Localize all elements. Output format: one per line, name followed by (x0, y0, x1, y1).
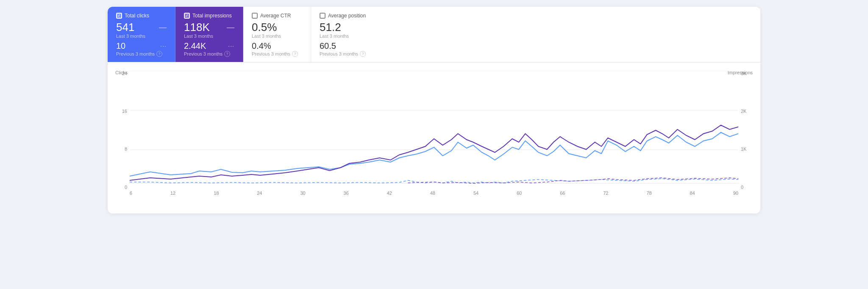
metric-prev-row-position: 60.5 (320, 41, 370, 51)
metric-prev-label-clicks: Previous 3 months ? (116, 51, 167, 57)
x-label-54: 54 (473, 191, 479, 196)
metric-value-position: 51.2 (320, 21, 341, 34)
metric-header-impressions: Total impressions (184, 13, 234, 19)
y-label-left-16: 16 (114, 109, 127, 114)
checkbox-avg-position[interactable] (320, 13, 326, 19)
checkbox-avg-ctr[interactable] (252, 13, 258, 19)
metric-card-avg-position: Average position 51.2 Last 3 months 60.5… (311, 7, 379, 62)
metric-sub-label-impressions: Last 3 months (184, 34, 234, 39)
metric-value-clicks: 541 (116, 21, 134, 34)
metric-sub-label-ctr: Last 3 months (252, 34, 302, 39)
x-label-6: 6 (130, 191, 132, 196)
y-axis-right: 3K 2K 1K 0 (738, 71, 754, 198)
y-label-right-1k: 1K (741, 146, 754, 152)
chart-area: Clicks Impressions 24 16 8 0 (108, 62, 760, 207)
chart-svg-wrapper: 6 12 18 24 30 36 42 48 54 60 66 72 78 84… (130, 71, 738, 198)
x-label-24: 24 (257, 191, 262, 196)
metrics-row: Total clicks 541 — Last 3 months 10 ··· … (108, 7, 760, 62)
metric-title-position: Average position (328, 13, 366, 19)
x-label-60: 60 (517, 191, 522, 196)
metric-prev-row-ctr: 0.4% (252, 41, 302, 51)
metric-prev-label-position: Previous 3 months ? (320, 51, 370, 57)
metric-prev-dots-impressions[interactable]: ··· (228, 42, 234, 49)
y-label-left-24: 24 (114, 71, 127, 76)
x-label-30: 30 (300, 191, 305, 196)
x-label-48: 48 (430, 191, 435, 196)
x-label-84: 84 (690, 191, 695, 196)
metric-prev-value-ctr: 0.4% (252, 41, 271, 51)
metric-title-ctr: Average CTR (260, 13, 291, 19)
x-label-36: 36 (344, 191, 349, 196)
metric-dash-clicks[interactable]: — (159, 23, 167, 32)
help-icon-impressions[interactable]: ? (224, 51, 230, 57)
metric-prev-dots-clicks[interactable]: ··· (160, 42, 167, 49)
y-label-left-8: 8 (114, 146, 127, 152)
help-icon-position[interactable]: ? (360, 51, 366, 57)
y-label-right-0: 0 (741, 185, 754, 190)
metric-prev-label-impressions: Previous 3 months ? (184, 51, 234, 57)
checkbox-total-clicks[interactable] (116, 13, 122, 19)
metric-prev-label-ctr: Previous 3 months ? (252, 51, 302, 57)
x-label-78: 78 (646, 191, 651, 196)
metric-prev-row-impressions: 2.44K ··· (184, 41, 234, 51)
metric-sub-label-clicks: Last 3 months (116, 34, 167, 39)
metric-prev-value-impressions: 2.44K (184, 41, 206, 51)
checkbox-total-impressions[interactable] (184, 13, 190, 19)
metric-value-row-clicks: 541 — (116, 21, 167, 34)
help-icon-ctr[interactable]: ? (292, 51, 298, 57)
x-label-42: 42 (387, 191, 392, 196)
metric-value-impressions: 118K (184, 21, 210, 34)
metric-header-position: Average position (320, 13, 370, 19)
metric-sub-label-position: Last 3 months (320, 34, 370, 39)
x-label-18: 18 (214, 191, 219, 196)
help-icon-clicks[interactable]: ? (156, 51, 162, 57)
x-axis-labels: 6 12 18 24 30 36 42 48 54 60 66 72 78 84… (130, 190, 738, 196)
y-label-right-2k: 2K (741, 109, 754, 114)
metric-prev-row-clicks: 10 ··· (116, 41, 167, 51)
metric-title-clicks: Total clicks (125, 13, 149, 19)
x-label-90: 90 (733, 191, 738, 196)
main-container: Total clicks 541 — Last 3 months 10 ··· … (108, 7, 760, 213)
metric-dash-impressions[interactable]: — (227, 23, 234, 32)
metric-prev-value-position: 60.5 (320, 41, 336, 51)
metric-header-ctr: Average CTR (252, 13, 302, 19)
y-label-right-3k: 3K (741, 71, 754, 76)
metric-card-avg-ctr: Average CTR 0.5% Last 3 months 0.4% Prev… (243, 7, 311, 62)
metric-value-row-position: 51.2 (320, 21, 370, 34)
y-axis-left: 24 16 8 0 (114, 71, 130, 198)
metric-value-ctr: 0.5% (252, 21, 277, 34)
metric-value-row-impressions: 118K — (184, 21, 234, 34)
metric-value-row-ctr: 0.5% (252, 21, 302, 34)
metric-card-total-clicks: Total clicks 541 — Last 3 months 10 ··· … (108, 7, 175, 62)
x-label-66: 66 (560, 191, 565, 196)
metric-header-clicks: Total clicks (116, 13, 167, 19)
x-label-72: 72 (603, 191, 608, 196)
chart-svg (130, 71, 738, 190)
metric-title-impressions: Total impressions (192, 13, 232, 19)
chart-container: 24 16 8 0 (114, 71, 754, 198)
x-label-12: 12 (170, 191, 175, 196)
metric-card-total-impressions: Total impressions 118K — Last 3 months 2… (175, 7, 243, 62)
y-label-left-0: 0 (114, 185, 127, 190)
metric-prev-value-clicks: 10 (116, 41, 125, 51)
